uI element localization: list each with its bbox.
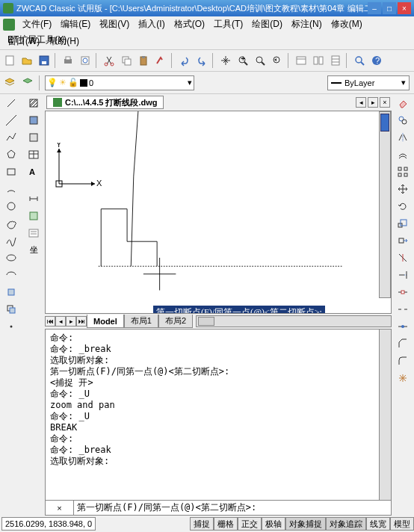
xline-tool[interactable]	[4, 113, 19, 128]
array-tool[interactable]	[395, 164, 410, 179]
minimize-button[interactable]: –	[368, 2, 381, 14]
trim-tool[interactable]	[395, 250, 410, 265]
copy-button[interactable]	[118, 52, 135, 69]
command-input[interactable]: 第一切断点(F)/同第一点(@)<第二切断点>:	[74, 501, 391, 514]
find-button[interactable]	[351, 52, 368, 69]
line-tool[interactable]	[4, 96, 19, 111]
maximize-button[interactable]: □	[383, 2, 396, 14]
paste-button[interactable]	[135, 52, 152, 69]
tab-prev-button[interactable]: ◂	[55, 316, 66, 327]
linetype-dropdown[interactable]: ByLayer ▾	[327, 75, 410, 90]
print-button[interactable]	[60, 52, 76, 69]
polygon-tool[interactable]	[4, 147, 19, 162]
otrack-toggle[interactable]: 对象追踪	[326, 517, 366, 531]
coordinates-display[interactable]: 2516.0299, 1838.948, 0	[1, 517, 96, 531]
cut-button[interactable]	[101, 52, 117, 69]
distance-tool[interactable]	[26, 191, 41, 206]
gradient-tool[interactable]	[26, 113, 41, 128]
menu-insert[interactable]: 插入(I)	[134, 16, 169, 32]
command-history[interactable]: 命令: 命令: _break 选取切断对象: 第一切断点(F)/同第一点(@)<…	[46, 330, 379, 500]
polar-toggle[interactable]: 极轴	[262, 517, 285, 531]
point-tool[interactable]	[4, 319, 19, 334]
spline-tool[interactable]	[4, 233, 19, 248]
design-center-button[interactable]	[310, 52, 327, 69]
list-tool[interactable]	[26, 226, 41, 241]
zoom-prev-button[interactable]	[269, 52, 285, 69]
command-clear-button[interactable]: ×	[46, 501, 74, 515]
layer-manager-button[interactable]	[1, 75, 18, 91]
drawing-canvas[interactable]: X Y 第一切断点(F)/同第一点(@)<第二切断点>:	[45, 111, 392, 314]
ortho-toggle[interactable]: 正交	[238, 517, 262, 531]
area-tool[interactable]	[26, 208, 41, 223]
extend-tool[interactable]	[395, 267, 410, 282]
new-button[interactable]	[1, 52, 18, 69]
menu-draw[interactable]: 绘图(D)	[247, 16, 287, 32]
pan-button[interactable]	[217, 52, 234, 69]
move-tool[interactable]	[395, 182, 410, 197]
redo-button[interactable]	[194, 52, 210, 69]
table-tool[interactable]	[26, 147, 41, 162]
tab-next-button[interactable]: ▸	[66, 316, 76, 327]
mtext-tool[interactable]: A	[26, 164, 41, 179]
osnap-toggle[interactable]: 对象捕捉	[285, 517, 326, 531]
offset-tool[interactable]	[395, 147, 410, 162]
document-tab[interactable]: C:\...\4.4.5 打断线段.dwg	[46, 96, 164, 109]
tab-first-button[interactable]: ⏮	[45, 316, 55, 327]
preview-button[interactable]	[77, 52, 93, 69]
break-point-tool[interactable]	[395, 285, 410, 300]
menu-file[interactable]: 文件(F)	[18, 16, 56, 32]
chamfer-tool[interactable]	[395, 336, 410, 351]
menu-annotate[interactable]: 标注(N)	[287, 16, 327, 32]
open-button[interactable]	[19, 52, 35, 69]
menu-modify[interactable]: 修改(M)	[327, 16, 367, 32]
layout2-tab[interactable]: 布局2	[158, 315, 193, 328]
menu-view[interactable]: 视图(V)	[95, 16, 134, 32]
id-tool[interactable]: 坐	[26, 243, 41, 258]
stretch-tool[interactable]	[395, 233, 410, 248]
grid-toggle[interactable]: 栅格	[214, 517, 238, 531]
lineweight-toggle[interactable]: 线宽	[366, 517, 390, 531]
help-button[interactable]: ?	[368, 52, 385, 69]
menu-tools[interactable]: 工具(T)	[209, 16, 247, 32]
menu-window[interactable]: 窗口(W)	[3, 34, 44, 49]
explode-tool[interactable]	[395, 371, 410, 386]
tab-last-button[interactable]: ⏭	[76, 316, 87, 327]
region-tool[interactable]	[26, 130, 41, 145]
copy-tool[interactable]	[395, 113, 410, 128]
ellipse-tool[interactable]	[4, 250, 19, 265]
polyline-tool[interactable]	[4, 130, 19, 145]
tool-palettes-button[interactable]	[327, 52, 344, 69]
model-tab[interactable]: Model	[87, 315, 124, 328]
insert-block-tool[interactable]	[4, 285, 19, 300]
ellipse-arc-tool[interactable]	[4, 267, 19, 282]
zoom-realtime-button[interactable]: +	[235, 52, 251, 69]
scale-tool[interactable]	[395, 216, 410, 231]
menu-help[interactable]: 帮助(H)	[44, 34, 84, 49]
menu-format[interactable]: 格式(O)	[170, 16, 209, 32]
menu-edit[interactable]: 编辑(E)	[56, 16, 95, 32]
hatch-tool[interactable]	[26, 96, 41, 111]
horizontal-scrollbar[interactable]	[196, 315, 392, 327]
properties-button[interactable]	[293, 52, 309, 69]
layout1-tab[interactable]: 布局1	[124, 315, 158, 328]
layer-dropdown[interactable]: 💡 ☀ 🔓 0 ▾	[45, 75, 194, 90]
close-button[interactable]: ×	[398, 2, 411, 14]
command-scrollbar[interactable]	[379, 330, 391, 500]
snap-toggle[interactable]: 捕捉	[190, 517, 214, 531]
undo-button[interactable]	[176, 52, 193, 69]
tab-next-button[interactable]: ▸	[368, 97, 378, 108]
fillet-tool[interactable]	[395, 353, 410, 368]
mirror-tool[interactable]	[395, 130, 410, 145]
revcloud-tool[interactable]	[4, 216, 19, 231]
erase-tool[interactable]	[395, 96, 410, 111]
join-tool[interactable]	[395, 319, 410, 334]
break-tool[interactable]	[395, 302, 410, 317]
tab-prev-button[interactable]: ◂	[356, 97, 366, 108]
save-button[interactable]	[36, 52, 52, 69]
make-block-tool[interactable]	[4, 302, 19, 317]
zoom-window-button[interactable]	[252, 52, 268, 69]
model-paper-toggle[interactable]: 模型	[390, 517, 414, 531]
rectangle-tool[interactable]	[4, 164, 19, 179]
match-button[interactable]	[152, 52, 169, 69]
vertical-scrollbar[interactable]	[379, 111, 391, 298]
